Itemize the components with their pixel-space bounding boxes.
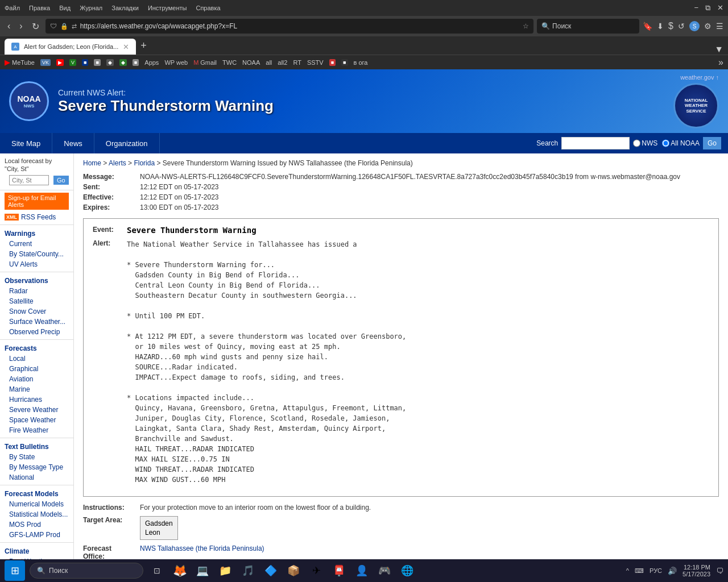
close-button[interactable]: ✕ bbox=[717, 3, 723, 13]
sidebar-link-uvalerts[interactable]: UV Alerts bbox=[0, 259, 73, 269]
maximize-button[interactable]: ⧉ bbox=[705, 3, 710, 13]
bookmark-gmail[interactable]: M Gmail bbox=[193, 59, 217, 66]
start-button[interactable]: ⊞ bbox=[5, 560, 25, 581]
bookmark-all[interactable]: all bbox=[266, 59, 272, 66]
sidebar-observations-title[interactable]: Observations bbox=[0, 275, 73, 286]
sidebar-link-precip[interactable]: Observed Precip bbox=[0, 327, 73, 337]
taskbar-search-bar[interactable]: 🔍 Поиск bbox=[30, 563, 143, 579]
email-signup-button[interactable]: Sign-up for Email Alerts bbox=[5, 193, 69, 210]
download-icon[interactable]: ⬇ bbox=[657, 22, 664, 31]
bookmark-star-icon[interactable]: ☆ bbox=[523, 22, 529, 30]
window-controls[interactable]: − ⧉ ✕ bbox=[694, 3, 723, 13]
addon-icon[interactable]: S bbox=[689, 21, 700, 31]
radio-allnoaa[interactable] bbox=[662, 137, 669, 149]
sidebar-link-bystate2[interactable]: By State bbox=[0, 452, 73, 462]
sidebar-link-national[interactable]: National bbox=[0, 472, 73, 483]
bookmark-metube[interactable]: ▶ MeTube bbox=[5, 58, 35, 66]
sidebar-link-surface[interactable]: Surface Weather... bbox=[0, 317, 73, 327]
bookmark-misc3[interactable]: ◆ bbox=[119, 59, 127, 66]
address-bar[interactable]: 🛡 🔒 ⇄ https://alerts.weather.gov/cap/wwa… bbox=[46, 19, 533, 34]
bookmark-noaa[interactable]: NOAA bbox=[242, 59, 260, 66]
nws-search-input[interactable] bbox=[561, 137, 630, 149]
url-display[interactable]: https://alerts.weather.gov/cap/wwacapget… bbox=[80, 22, 519, 30]
sidebar-warnings-title[interactable]: Warnings bbox=[0, 227, 73, 239]
taskbar-files[interactable]: 💻 bbox=[193, 562, 212, 580]
breadcrumb-alerts[interactable]: Alerts bbox=[109, 159, 126, 167]
menu-icon[interactable]: ☰ bbox=[716, 22, 723, 31]
sidebar-climate-title[interactable]: Climate bbox=[0, 545, 73, 556]
bookmark-icon[interactable]: 🔖 bbox=[643, 22, 652, 31]
taskbar-folder[interactable]: 📁 bbox=[216, 562, 234, 580]
taskbar-firefox[interactable]: 🦊 bbox=[171, 562, 189, 580]
taskbar-steam[interactable]: 🔷 bbox=[262, 562, 280, 580]
bookmark-vk1[interactable]: VK bbox=[40, 59, 51, 66]
forward-button[interactable]: › bbox=[16, 20, 25, 32]
taskbar-task-view[interactable]: ⊡ bbox=[148, 562, 166, 580]
active-tab[interactable]: A Alert for Gadsden; Leon (Florida... ✕ bbox=[5, 39, 136, 55]
sync-icon[interactable]: ↺ bbox=[678, 22, 685, 31]
sidebar-link-statistical[interactable]: Statistical Models... bbox=[0, 509, 73, 519]
sidebar-link-satellite[interactable]: Satellite bbox=[0, 296, 73, 306]
browser-search-bar[interactable]: 🔍 bbox=[537, 19, 639, 34]
menu-file[interactable]: Файл bbox=[5, 5, 20, 11]
sidebar-link-severe[interactable]: Severe Weather bbox=[0, 405, 73, 415]
taskbar-keyboard-icon[interactable]: ⌨ bbox=[635, 567, 644, 575]
menu-help[interactable]: Справка bbox=[196, 5, 220, 11]
sidebar-link-bystate[interactable]: By State/County... bbox=[0, 249, 73, 259]
sidebar-link-space[interactable]: Space Weather bbox=[0, 415, 73, 425]
bookmarks-more-button[interactable]: » bbox=[718, 57, 723, 68]
nav-sitemap[interactable]: Site Map bbox=[0, 133, 52, 153]
taskbar-caret-icon[interactable]: ^ bbox=[626, 567, 629, 574]
taskbar-email[interactable]: 📮 bbox=[330, 562, 348, 580]
menu-edit[interactable]: Правка bbox=[29, 5, 50, 11]
menu-tools[interactable]: Инструменты bbox=[148, 5, 187, 11]
taskbar-game[interactable]: 🎮 bbox=[375, 562, 394, 580]
bookmark-voga[interactable]: в ога bbox=[354, 59, 368, 66]
bookmark-all2[interactable]: all2 bbox=[278, 59, 287, 66]
breadcrumb-home[interactable]: Home bbox=[83, 159, 101, 167]
sidebar-link-hurricanes[interactable]: Hurricanes bbox=[0, 394, 73, 405]
account-icon[interactable]: $ bbox=[668, 21, 673, 31]
forecast-office-value[interactable]: NWS Tallahassee (the Florida Peninsula) bbox=[140, 544, 264, 560]
bookmark-misc5[interactable]: ■ bbox=[329, 59, 336, 66]
minimize-button[interactable]: − bbox=[694, 3, 698, 13]
breadcrumb-florida[interactable]: Florida bbox=[134, 159, 155, 167]
sidebar-link-gfslamp[interactable]: GFS-LAMP Prod bbox=[0, 530, 73, 540]
sidebar-link-radar[interactable]: Radar bbox=[0, 286, 73, 296]
new-tab-button[interactable]: + bbox=[137, 40, 150, 52]
bookmark-yt[interactable]: ▶ bbox=[56, 59, 64, 66]
bookmark-misc6[interactable]: ■ bbox=[341, 59, 348, 66]
radio-nws[interactable] bbox=[633, 137, 640, 149]
bookmark-wpweb[interactable]: WP web bbox=[164, 59, 188, 66]
sidebar-link-fire[interactable]: Fire Weather bbox=[0, 425, 73, 435]
sidebar-link-graphical[interactable]: Graphical bbox=[0, 364, 73, 374]
browser-search-input[interactable] bbox=[552, 22, 635, 30]
sidebar-link-mosprod[interactable]: MOS Prod bbox=[0, 519, 73, 530]
nws-search-go-button[interactable]: Go bbox=[703, 137, 721, 149]
sidebar-link-current[interactable]: Current bbox=[0, 239, 73, 249]
nav-organization[interactable]: Organization bbox=[94, 133, 160, 153]
city-search-go-button[interactable]: Go bbox=[53, 176, 69, 185]
sidebar-link-snowcover[interactable]: Snow Cover bbox=[0, 306, 73, 317]
radio-nws-label[interactable]: NWS bbox=[633, 137, 657, 149]
rss-feeds-link[interactable]: RSS Feeds bbox=[21, 213, 56, 221]
taskbar-telegram[interactable]: ✈ bbox=[307, 562, 325, 580]
bookmark-rt[interactable]: RT bbox=[293, 59, 301, 66]
menu-bookmarks[interactable]: Закладки bbox=[111, 5, 139, 11]
bookmark-twc[interactable]: TWC bbox=[222, 59, 237, 66]
tab-list-button[interactable]: ▼ bbox=[714, 44, 723, 55]
bookmark-sstv[interactable]: SSTV bbox=[307, 59, 324, 66]
bookmark-misc1[interactable]: ■ bbox=[94, 59, 100, 66]
sidebar-link-local[interactable]: Local bbox=[0, 354, 73, 364]
settings-icon[interactable]: ⚙ bbox=[704, 22, 712, 31]
city-search-input[interactable] bbox=[9, 175, 49, 185]
back-button[interactable]: ‹ bbox=[5, 20, 13, 32]
weathergov-link[interactable]: weather.gov ↑ bbox=[680, 74, 719, 81]
sidebar-link-marine[interactable]: Marine bbox=[0, 384, 73, 394]
sidebar-link-numerical[interactable]: Numerical Models bbox=[0, 499, 73, 509]
taskbar-user[interactable]: 👤 bbox=[353, 562, 371, 580]
taskbar-globe[interactable]: 🌐 bbox=[398, 562, 416, 580]
bookmark-misc2[interactable]: ◆ bbox=[106, 59, 114, 66]
taskbar-music[interactable]: 🎵 bbox=[239, 562, 257, 580]
sidebar-forecasts-title[interactable]: Forecasts bbox=[0, 342, 73, 354]
